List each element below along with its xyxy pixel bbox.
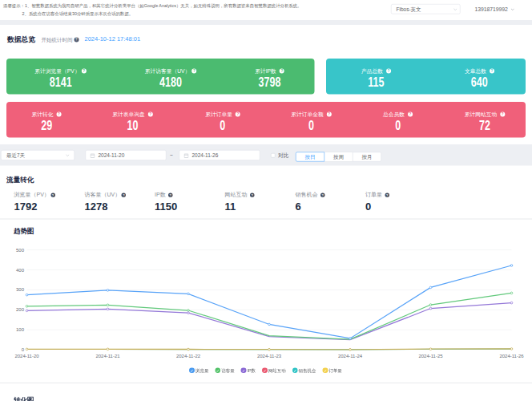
svg-text:2024-11-21: 2024-11-21	[95, 354, 120, 358]
svg-text:400: 400	[16, 268, 25, 273]
svg-text:2024-11-26: 2024-11-26	[499, 354, 524, 358]
svg-text:100: 100	[16, 327, 25, 332]
svg-text:500: 500	[16, 248, 25, 253]
svg-text:2024-11-20: 2024-11-20	[14, 354, 39, 358]
svg-text:200: 200	[16, 307, 25, 312]
svg-text:300: 300	[16, 287, 25, 292]
svg-text:2024-11-22: 2024-11-22	[176, 354, 201, 358]
svg-text:2024-11-24: 2024-11-24	[338, 354, 363, 358]
svg-text:2024-11-23: 2024-11-23	[257, 354, 282, 358]
svg-text:2024-11-25: 2024-11-25	[418, 354, 443, 358]
svg-text:0: 0	[22, 347, 25, 352]
